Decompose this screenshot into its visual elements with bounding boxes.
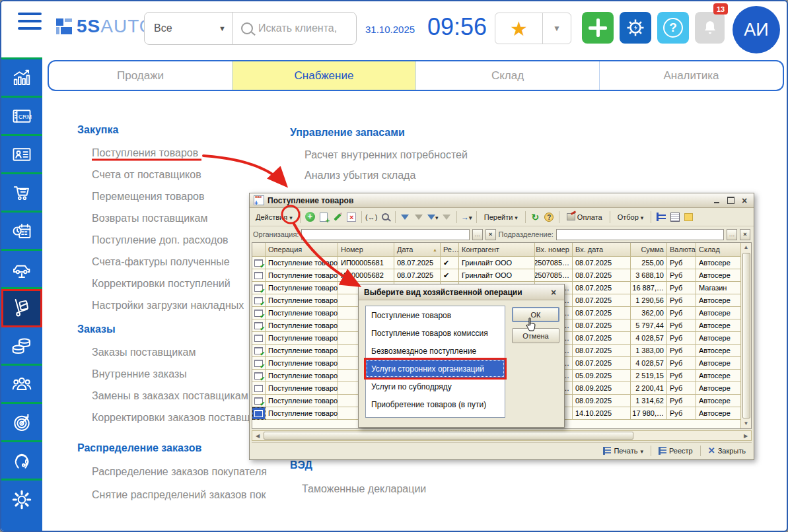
otbor-menu-button[interactable]: Отбор xyxy=(614,211,647,223)
window-titlebar[interactable]: Поступление товаров × xyxy=(250,193,754,208)
menu-item[interactable]: Снятие распределений заказов пок xyxy=(77,483,290,506)
list-settings-button[interactable] xyxy=(669,211,680,222)
column-header[interactable]: Дата▲ xyxy=(394,243,441,257)
filter-button[interactable] xyxy=(413,211,425,222)
find-button[interactable] xyxy=(380,211,391,222)
export-button[interactable]: → xyxy=(461,211,472,222)
add-new-button[interactable] xyxy=(582,12,614,44)
menu-item[interactable]: Замены в заказах поставщикам xyxy=(77,385,274,407)
sidebar-item-target[interactable] xyxy=(1,404,42,442)
table-row[interactable]: Поступление товаров ИП00005681 08.07.202… xyxy=(252,257,751,269)
column-header[interactable]: Сумма xyxy=(631,243,667,257)
menu-item[interactable]: Внутренние заказы xyxy=(77,363,274,385)
table-row[interactable]: Поступление товаров ИП00005682 08.07.202… xyxy=(252,269,751,282)
copy-add-button[interactable] xyxy=(318,211,330,222)
dept-clear-button[interactable]: × xyxy=(740,229,750,240)
sidebar-item-team[interactable] xyxy=(1,366,42,404)
menu-item[interactable]: Счета-фактуры полученные xyxy=(77,251,244,273)
tab[interactable]: Склад xyxy=(415,61,599,90)
menu-item[interactable]: Корректировки заказов поставщикам xyxy=(77,407,274,428)
refresh-button[interactable]: ↻ xyxy=(530,211,541,222)
tree-view-button[interactable] xyxy=(655,211,666,222)
scrollbar-thumb[interactable] xyxy=(264,432,633,440)
operation-type-option[interactable]: Безвозмездное поступление xyxy=(366,342,505,360)
menu-item[interactable]: Перемещения товаров xyxy=(77,185,244,207)
menu-item[interactable]: Поступления товаров xyxy=(77,142,244,164)
payment-button[interactable]: Оплата xyxy=(563,211,606,223)
menu-item[interactable]: Счета от поставщиков xyxy=(77,164,244,185)
sidebar-item-settings[interactable] xyxy=(1,481,42,519)
sidebar-item-contacts[interactable] xyxy=(1,136,42,174)
scroll-right-icon[interactable]: ▶ xyxy=(740,433,751,439)
sidebar-item-support[interactable] xyxy=(1,442,42,481)
column-header[interactable]: Ре… xyxy=(441,243,459,257)
menu-item[interactable]: Таможенные декларации xyxy=(290,477,426,500)
notifications-button[interactable] xyxy=(695,12,725,44)
vertical-scrollbar[interactable]: ▲ ▼ xyxy=(740,243,751,428)
avatar[interactable]: АИ xyxy=(733,6,780,53)
menu-item[interactable]: Заказы поставщикам xyxy=(77,341,274,363)
sidebar-item-supply[interactable] xyxy=(1,289,42,327)
operation-type-option[interactable]: Услуги сторонних организаций xyxy=(366,360,505,378)
favorites-dropdown[interactable]: ▼ xyxy=(543,13,571,44)
minimize-button[interactable] xyxy=(711,196,722,205)
close-button[interactable]: ✕ Закрыть xyxy=(705,444,749,457)
sidebar-item-finance[interactable] xyxy=(1,327,42,366)
org-clear-button[interactable]: × xyxy=(485,229,496,240)
horizontal-scrollbar[interactable]: ◀ ▶ xyxy=(252,430,752,441)
print-button[interactable]: Печать xyxy=(600,446,647,456)
tab[interactable]: Аналитика xyxy=(599,61,783,90)
menu-item[interactable]: Поступление доп. расходов xyxy=(77,229,244,251)
column-header[interactable]: Валюта xyxy=(667,243,696,257)
operation-type-option[interactable]: Приобретение товаров (в пути) xyxy=(366,395,505,413)
menu-item[interactable]: Возвраты поставщикам xyxy=(77,207,244,229)
window-close-button[interactable]: × xyxy=(739,196,750,205)
operation-type-option[interactable]: Поступление товаров xyxy=(366,306,505,324)
org-picker-button[interactable]: … xyxy=(472,229,483,240)
ok-button[interactable]: ОК xyxy=(512,307,559,322)
edit-button[interactable] xyxy=(332,211,343,222)
menu-item[interactable]: Расчет внутренних потребностей xyxy=(290,145,468,165)
dialog-close-button[interactable]: × xyxy=(548,288,559,297)
column-header[interactable]: Вх. дата xyxy=(573,243,631,257)
org-filter-input[interactable] xyxy=(301,229,469,240)
sidebar-item-sales-cart[interactable] xyxy=(1,174,42,213)
column-header[interactable]: Вх. номер xyxy=(535,243,573,257)
cancel-button[interactable]: Отмена xyxy=(512,328,559,343)
note-button[interactable] xyxy=(683,211,694,222)
sidebar-item-crm[interactable]: CRM xyxy=(1,98,42,136)
filter-setup-button[interactable] xyxy=(400,211,411,222)
sidebar-item-schedule[interactable] xyxy=(1,213,42,251)
filter-clear-button[interactable] xyxy=(441,211,452,222)
scroll-down-icon[interactable]: ▼ xyxy=(744,419,749,428)
search-input[interactable] xyxy=(258,22,351,34)
add-button[interactable]: + xyxy=(304,211,316,222)
menu-item[interactable]: Анализ убытия склада xyxy=(290,165,468,185)
delete-button[interactable]: × xyxy=(346,211,357,222)
goto-menu-button[interactable]: Перейти xyxy=(481,211,521,223)
menu-item[interactable]: Корректировки поступлений xyxy=(77,273,244,294)
menu-item[interactable]: Распределение заказов покупателя xyxy=(77,460,290,483)
filter-menu-button[interactable] xyxy=(427,211,439,222)
toolbar-help-button[interactable]: ? xyxy=(544,211,555,222)
hamburger-icon[interactable] xyxy=(18,13,42,32)
star-icon[interactable]: ★ xyxy=(495,13,543,44)
sidebar-item-analytics[interactable] xyxy=(1,59,42,98)
dept-picker-button[interactable]: … xyxy=(727,229,737,240)
maximize-button[interactable] xyxy=(725,196,736,205)
column-header[interactable]: Операция xyxy=(266,243,338,257)
operation-type-option[interactable]: Поступление товаров комиссия xyxy=(366,324,505,342)
dialog-titlebar[interactable]: Выберите вид хозяйственной операции × xyxy=(359,284,564,300)
dept-filter-input[interactable] xyxy=(556,229,724,240)
scroll-up-icon[interactable]: ▲ xyxy=(744,243,749,252)
menu-item[interactable]: Настройки загрузки накладных xyxy=(77,294,244,316)
scroll-left-icon[interactable]: ◀ xyxy=(252,433,263,439)
search-scope-select[interactable]: Все▼ xyxy=(145,13,233,44)
operation-type-option[interactable]: Услуги по субподряду xyxy=(366,378,505,395)
fit-width-button[interactable]: (↔) xyxy=(366,211,377,222)
scrollbar-thumb[interactable] xyxy=(742,253,750,418)
registry-button[interactable]: Реестр xyxy=(655,446,696,456)
column-header[interactable]: Номер xyxy=(338,243,394,257)
help-button[interactable]: ? xyxy=(657,12,689,44)
sidebar-item-car-service[interactable] xyxy=(1,251,42,289)
